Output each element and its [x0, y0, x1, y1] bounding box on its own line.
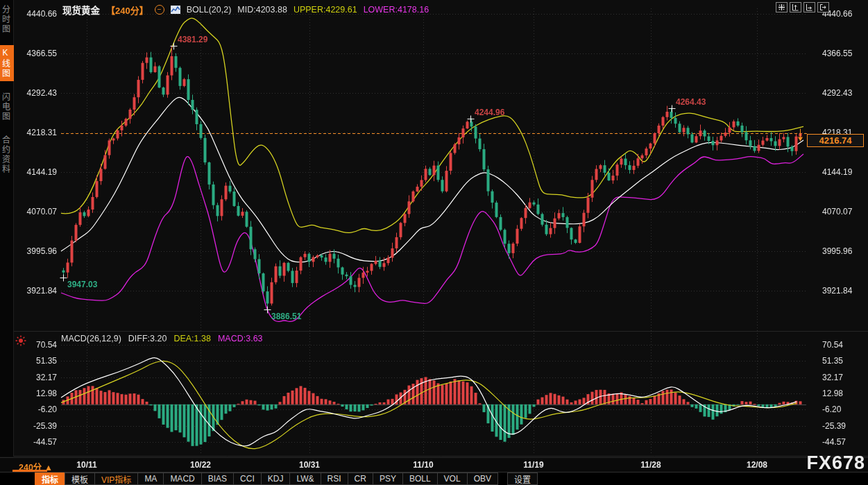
crosshair-icon[interactable]	[776, 2, 788, 12]
macd-header: MACD(26,12,9) DIFF:3.20 DEA:1.38 MACD:3.…	[61, 334, 263, 343]
alert-icon[interactable]	[15, 335, 26, 349]
y-axis-label: 4440.66	[14, 9, 57, 19]
chart-header: 现货黄金 【240分】 − BOLL(20,2) MID:4203.88 UPP…	[62, 3, 429, 17]
collapse-icon[interactable]: −	[155, 5, 164, 15]
boll-formula: BOLL(20,2)	[187, 5, 232, 15]
y-axis-label: 32.17	[822, 373, 843, 382]
macd-macd-value: MACD:3.63	[218, 334, 263, 343]
period-label: 【240分】	[106, 3, 148, 17]
sidebar-tab-2[interactable]: 闪电图	[0, 90, 14, 124]
y-axis-label: -44.57	[14, 437, 57, 447]
toolbar-button-15[interactable]: 设置	[507, 473, 538, 485]
price-high-annotation: 4244.96	[475, 108, 504, 117]
current-price-badge: 4216.74	[807, 134, 864, 147]
x-axis-date-label: 10/22	[190, 460, 211, 470]
y-axis-label: -25.39	[14, 421, 57, 431]
y-axis-label: 3921.84	[14, 286, 57, 296]
mini-chart-icon	[171, 6, 180, 14]
toolbar-button-0[interactable]: 指标	[35, 473, 65, 485]
toolbar-button-3[interactable]: MA	[137, 473, 164, 485]
trading-app: 分时图K线图闪电图合约资料 现货黄金 【240分】 − BOLL(20,2) M…	[0, 0, 868, 485]
y-axis-label: 70.54	[822, 340, 843, 350]
y-axis-label: 12.98	[822, 389, 843, 398]
price-low-annotation: 3947.03	[67, 280, 97, 289]
toolbar-button-9[interactable]: RSI	[321, 473, 348, 485]
toolbar-button-10[interactable]: CR	[348, 473, 373, 485]
toolbar-button-8[interactable]: LW&	[289, 473, 321, 485]
y-axis-label: -6.20	[14, 405, 57, 414]
watermark: FX678	[806, 452, 865, 474]
price-high-annotation: 4381.29	[178, 35, 207, 44]
toolbar-button-1[interactable]: 模板	[65, 473, 95, 485]
y-axis-label: 51.35	[822, 356, 843, 366]
y-axis-label: 4144.19	[822, 167, 852, 177]
toolbar-button-14[interactable]: OBV	[467, 473, 498, 485]
toolbar-button-7[interactable]: KDJ	[261, 473, 291, 485]
zoom-horizontal-axis-icon[interactable]	[803, 2, 815, 12]
macd-dea-value: DEA:1.38	[173, 334, 211, 343]
y-axis-label: 4292.43	[14, 88, 57, 98]
x-axis-date-label: 10/11	[76, 460, 96, 470]
price-low-annotation: 3886.51	[271, 312, 301, 321]
symbol-name: 现货黄金	[62, 3, 100, 17]
toolbar-button-4[interactable]: MACD	[163, 473, 201, 485]
x-axis-date-label: 11/19	[523, 460, 543, 470]
indicator-toolbar: 指标模板VIP指标MAMACDBIASCCIKDJLW&RSICRPSYBOLL…	[0, 472, 868, 485]
y-axis-label: 4218.31	[14, 128, 57, 137]
x-axis-date-label: 11/10	[413, 460, 433, 470]
price-high-annotation: 4264.43	[676, 97, 706, 107]
pan-right-icon[interactable]	[817, 2, 829, 12]
x-axis-date-label: 10/31	[299, 460, 320, 470]
y-axis-label: -25.39	[822, 421, 846, 431]
toolbar-button-2[interactable]: VIP指标	[94, 473, 138, 485]
y-axis-label: 3995.96	[14, 246, 57, 256]
y-axis-label: 51.35	[14, 356, 57, 366]
boll-lower-value: LOWER:4178.16	[364, 5, 429, 15]
chart-type-sidebar: 分时图K线图闪电图合约资料	[0, 0, 14, 457]
boll-upper-value: UPPER:4229.61	[293, 5, 357, 15]
y-axis-label: 4070.07	[822, 207, 852, 216]
y-axis-label: 4366.55	[822, 49, 852, 58]
y-axis-label: 4070.07	[14, 207, 57, 216]
y-axis-label: 4366.55	[14, 49, 57, 58]
toolbar-button-6[interactable]: CCI	[233, 473, 262, 485]
macd-diff-value: DIFF:3.20	[128, 334, 167, 343]
toolbar-button-13[interactable]: VOL	[437, 473, 468, 485]
toolbar-button-11[interactable]: PSY	[373, 473, 403, 485]
y-axis-label: 4144.19	[14, 167, 57, 177]
macd-formula: MACD(26,12,9)	[61, 334, 121, 343]
y-axis-label: -44.57	[822, 437, 846, 447]
boll-mid-value: MID:4203.88	[237, 5, 287, 15]
sidebar-tab-3[interactable]: 合约资料	[0, 133, 14, 177]
sidebar-tab-1[interactable]: K线图	[0, 45, 14, 81]
sidebar-tab-0[interactable]: 分时图	[0, 2, 14, 37]
y-axis-label: 4292.43	[822, 88, 852, 98]
chart-toolbox	[776, 2, 829, 12]
toolbar-button-5[interactable]: BIAS	[201, 473, 234, 485]
x-axis-date-label: 12/08	[747, 460, 767, 470]
time-axis-row: 240分 ▲ 10/1110/2210/3111/1011/1911/2812/…	[0, 457, 868, 472]
toolbar-button-12[interactable]: BOLL	[402, 473, 438, 485]
y-axis-label: 3995.96	[822, 246, 852, 256]
chart-canvas[interactable]	[0, 0, 868, 485]
y-axis-label: 32.17	[14, 373, 57, 382]
y-axis-label: -6.20	[822, 405, 841, 414]
y-axis-label: 3921.84	[822, 286, 852, 296]
y-axis-label: 12.98	[14, 389, 57, 398]
zoom-vertical-axis-icon[interactable]	[790, 2, 801, 12]
x-axis-date-label: 11/28	[640, 460, 661, 470]
